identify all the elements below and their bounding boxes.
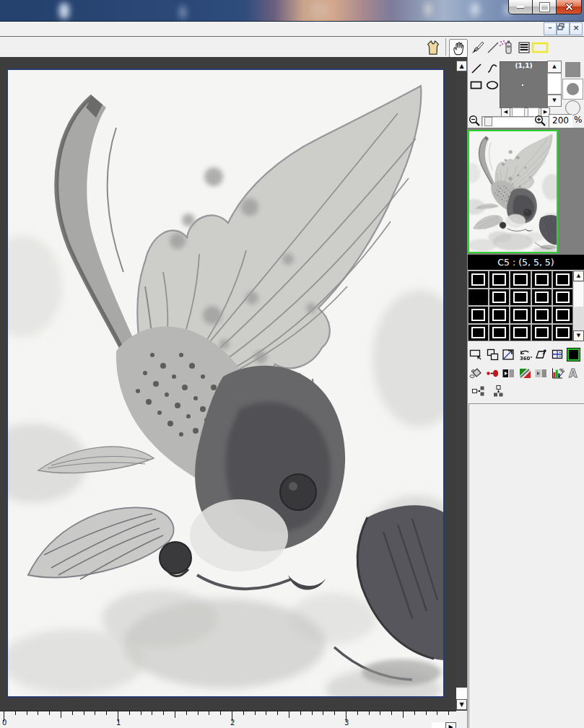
tip-square-button[interactable] <box>565 62 580 77</box>
window-titlebar[interactable] <box>0 0 584 22</box>
canvas-button[interactable] <box>424 39 442 56</box>
pen-preview-scroll-down[interactable]: ▼ <box>547 95 562 107</box>
scale-ellipse-tool-button[interactable] <box>486 367 500 380</box>
palette-swatch[interactable] <box>553 307 572 323</box>
color-status-bar: C5 : (5, 5, 5) <box>468 255 584 270</box>
ruler-minor-tick <box>334 711 335 715</box>
palette-scrollbar[interactable]: ▲ ▼ <box>573 271 584 341</box>
ruler-minor-tick <box>106 711 107 715</box>
palette-swatch[interactable] <box>532 307 552 323</box>
palette-swatch[interactable] <box>489 307 509 323</box>
airbrush-tool-button[interactable] <box>498 39 515 56</box>
palette-scroll-thumb[interactable] <box>574 282 583 307</box>
ruler-minor-tick <box>369 711 370 715</box>
select-tool-button[interactable] <box>469 348 483 361</box>
palette-swatch[interactable] <box>489 325 509 341</box>
zoom-out-icon <box>468 115 481 127</box>
palette-swatch[interactable] <box>532 271 552 288</box>
horizontal-scrollbar-fragment[interactable]: ▶ <box>432 722 456 728</box>
mdi-close-button[interactable]: × <box>570 22 583 35</box>
merge-horizontal-button[interactable] <box>471 385 485 398</box>
line-draw-button[interactable] <box>469 61 483 76</box>
minimize-button[interactable] <box>508 0 533 14</box>
ruler-minor-tick <box>38 711 38 715</box>
palette-scroll-up[interactable]: ▲ <box>573 271 584 281</box>
adjust-tool-row: % A <box>469 365 583 381</box>
palette-swatch[interactable] <box>532 325 552 341</box>
palette-swatch[interactable] <box>553 325 572 341</box>
palette-swatch[interactable] <box>510 307 530 323</box>
zoom-out-button[interactable] <box>468 115 481 127</box>
palette-swatch[interactable] <box>553 271 572 288</box>
navigator-thumbnail[interactable] <box>468 130 558 253</box>
zoom-value-input[interactable]: 200 <box>549 114 572 128</box>
palette-swatch[interactable] <box>489 271 509 288</box>
canvas-vertical-scrollbar[interactable]: ▲ ▼ <box>456 57 467 711</box>
titlebar-photo-smudge <box>179 6 186 19</box>
palette-swatch[interactable] <box>489 289 509 306</box>
zoom-in-button[interactable] <box>534 115 546 127</box>
skew-tool-button[interactable] <box>534 348 548 361</box>
tip-circle-outline-button[interactable] <box>565 100 580 115</box>
maximize-button[interactable] <box>533 0 556 14</box>
curve-draw-button[interactable] <box>485 61 499 76</box>
palette-scroll-down[interactable]: ▼ <box>573 330 584 341</box>
palette-swatch[interactable] <box>510 271 530 288</box>
rectangle-draw-button[interactable] <box>469 78 483 92</box>
gradient-brush-icon <box>518 367 532 380</box>
rotate-tool-button[interactable]: 360° <box>518 348 532 361</box>
merge-vertical-icon <box>492 385 505 398</box>
copy-icon <box>486 348 500 361</box>
gradient-tool-button[interactable] <box>518 367 532 380</box>
palette-swatch-selected[interactable] <box>468 289 488 306</box>
zoom-in-icon <box>534 115 546 127</box>
palette-swatch[interactable] <box>553 289 572 306</box>
palette-swatch[interactable] <box>532 289 552 306</box>
tip-circle-filled-button[interactable] <box>562 79 583 100</box>
scroll-right-button[interactable]: ▶ <box>445 722 456 728</box>
scroll-up-button[interactable]: ▲ <box>456 61 467 71</box>
merge-tool-row <box>469 383 583 399</box>
scrollbar-track[interactable] <box>456 688 467 699</box>
pen-preview-vscroll-track[interactable] <box>547 73 562 95</box>
canvas-image[interactable] <box>6 69 445 698</box>
ruler-minor-tick <box>129 711 130 715</box>
merge-vertical-button[interactable] <box>492 385 505 398</box>
window-controls <box>508 0 582 14</box>
ruler-minor-tick <box>448 711 449 715</box>
mdi-minimize-button[interactable]: – <box>544 22 557 35</box>
palette-swatch[interactable] <box>510 289 530 306</box>
contrast-tool-button[interactable] <box>502 367 515 380</box>
palette-swatch[interactable] <box>468 307 488 323</box>
ellipse-draw-button[interactable] <box>485 78 499 92</box>
levels-tool-button[interactable]: % <box>551 367 565 380</box>
palette-swatch[interactable] <box>510 325 530 341</box>
selection-rect-tool-button[interactable] <box>531 39 549 56</box>
ruler-minor-tick <box>27 711 27 715</box>
brightness-tool-button[interactable] <box>534 367 548 380</box>
hand-tool-button[interactable] <box>449 39 468 58</box>
text-tool-button[interactable]: A <box>567 367 580 380</box>
ruler-minor-tick <box>437 711 437 715</box>
ruler-minor-tick <box>198 711 199 715</box>
copy-tool-button[interactable] <box>486 348 500 361</box>
scroll-down-button[interactable]: ▼ <box>456 699 467 710</box>
mdi-restore-button[interactable] <box>557 22 570 35</box>
stripes-tool-button[interactable] <box>515 39 533 56</box>
crop-tool-button[interactable] <box>551 348 565 361</box>
fill-tool-button[interactable] <box>469 367 483 380</box>
current-color-chip[interactable] <box>567 348 580 361</box>
pen-size-preview[interactable]: (1,1) <box>500 61 548 108</box>
titlebar-photo-smudge <box>471 3 479 16</box>
mdi-restore-icon <box>557 23 565 30</box>
pen-preview-scroll-up[interactable]: ▲ <box>547 61 562 73</box>
palette-swatch[interactable] <box>468 325 488 341</box>
color-palette-grid[interactable] <box>468 271 573 341</box>
levels-icon: % <box>551 367 565 380</box>
palette-swatch[interactable] <box>468 271 488 288</box>
zoom-slider-thumb[interactable] <box>484 117 492 126</box>
ruler-minor-tick <box>209 711 209 715</box>
ruler-label: 2 <box>230 719 235 727</box>
close-button[interactable] <box>556 0 582 14</box>
resize-tool-button[interactable] <box>502 348 515 361</box>
